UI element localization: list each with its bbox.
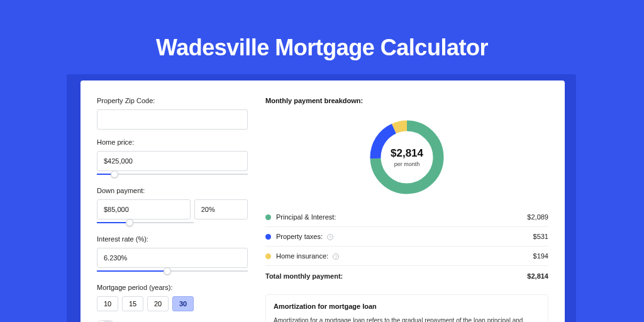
field-home-price: Home price: — [97, 138, 248, 178]
calculator-panel: Property Zip Code: Home price: Down paym… — [80, 80, 565, 322]
donut-chart: $2,814 per month — [265, 111, 548, 204]
page-title: Wadesville Mortgage Calculator — [0, 0, 644, 61]
amortization-text: Amortization for a mortgage loan refers … — [274, 316, 540, 322]
total-value: $2,814 — [527, 272, 548, 280]
zip-label: Property Zip Code: — [97, 97, 248, 104]
period-pill-10[interactable]: 10 — [97, 296, 118, 311]
down-payment-amount-input[interactable] — [97, 199, 191, 219]
info-icon[interactable]: ? — [327, 234, 333, 240]
dot-icon — [265, 214, 271, 220]
field-zip: Property Zip Code: — [97, 97, 248, 130]
field-down-payment: Down payment: — [97, 187, 248, 226]
donut-center: $2,814 per month — [391, 147, 423, 167]
mortgage-period-label: Mortgage period (years): — [97, 284, 248, 291]
slider-thumb[interactable] — [164, 267, 171, 275]
interest-rate-slider[interactable] — [97, 267, 248, 275]
legend-row-insurance: Home insurance: ? $194 — [265, 247, 548, 266]
legend-row-taxes: Property taxes: ? $531 — [265, 227, 548, 247]
period-pill-30[interactable]: 30 — [172, 296, 194, 311]
down-payment-slider[interactable] — [97, 219, 194, 226]
dot-icon — [265, 253, 271, 259]
donut-subtext: per month — [391, 161, 423, 167]
interest-rate-input[interactable] — [97, 248, 248, 268]
home-price-input[interactable] — [97, 151, 248, 171]
legend-label: Property taxes: ? — [276, 233, 533, 240]
legend-value: $2,089 — [527, 213, 548, 221]
amortization-title: Amortization for mortgage loan — [274, 303, 540, 310]
legend-value: $531 — [533, 233, 548, 240]
total-label: Total monthly payment: — [265, 272, 527, 280]
form-column: Property Zip Code: Home price: Down paym… — [97, 97, 248, 322]
interest-rate-label: Interest rate (%): — [97, 235, 248, 243]
home-price-label: Home price: — [97, 138, 248, 146]
amortization-box: Amortization for mortgage loan Amortizat… — [265, 294, 548, 322]
period-pill-15[interactable]: 15 — [122, 296, 143, 311]
breakdown-title: Monthly payment breakdown: — [265, 97, 548, 104]
slider-thumb[interactable] — [111, 170, 118, 178]
down-payment-label: Down payment: — [97, 187, 248, 194]
down-payment-pct-input[interactable] — [194, 199, 248, 219]
dot-icon — [265, 234, 271, 240]
legend-value: $194 — [533, 252, 548, 260]
info-icon[interactable]: ? — [333, 253, 339, 260]
legend-row-total: Total monthly payment: $2,814 — [265, 266, 548, 286]
donut-amount: $2,814 — [391, 147, 423, 160]
zip-input[interactable] — [97, 109, 248, 130]
home-price-slider[interactable] — [97, 170, 248, 178]
field-interest-rate: Interest rate (%): — [97, 235, 248, 275]
result-column: Monthly payment breakdown: $2,814 per mo… — [265, 97, 548, 322]
legend-label: Principal & Interest: — [276, 213, 527, 221]
mortgage-period-options: 10 15 20 30 — [97, 296, 248, 311]
legend-row-principal: Principal & Interest: $2,089 — [265, 208, 548, 227]
field-mortgage-period: Mortgage period (years): 10 15 20 30 — [97, 284, 248, 311]
slider-thumb[interactable] — [126, 219, 133, 226]
legend: Principal & Interest: $2,089 Property ta… — [265, 208, 548, 286]
legend-label: Home insurance: ? — [276, 252, 533, 260]
period-pill-20[interactable]: 20 — [147, 296, 169, 311]
